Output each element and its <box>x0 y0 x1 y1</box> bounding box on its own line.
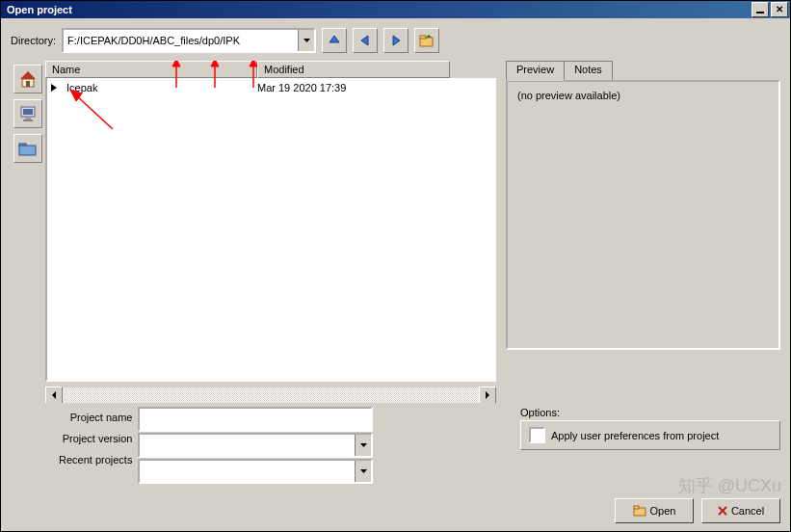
recent-projects-dropdown-icon[interactable] <box>355 461 371 482</box>
svg-marker-28 <box>360 469 367 473</box>
project-version-label: Project version <box>63 428 133 449</box>
open-project-dialog: Open project ✕ Directory: <box>0 0 791 532</box>
close-button[interactable]: ✕ <box>771 2 788 17</box>
svg-rect-13 <box>25 118 31 120</box>
svg-marker-1 <box>303 39 310 42</box>
folder-view-button[interactable] <box>13 134 42 163</box>
preview-tabs: Preview Notes <box>506 61 780 80</box>
svg-marker-4 <box>393 36 400 45</box>
file-list-header: Name Modified <box>45 61 496 78</box>
svg-rect-6 <box>420 36 426 39</box>
expand-triangle-icon[interactable] <box>51 84 57 92</box>
svg-rect-30 <box>634 506 639 509</box>
file-name-cell: Icepak <box>66 82 257 93</box>
column-name[interactable]: Name <box>45 61 257 78</box>
folder-icon <box>18 141 38 156</box>
file-list-body[interactable]: Icepak Mar 19 2020 17:39 <box>45 78 496 382</box>
options-label: Options: <box>520 407 560 418</box>
open-button[interactable]: Open <box>615 498 694 523</box>
svg-rect-0 <box>756 12 764 13</box>
home-view-button[interactable] <box>13 65 42 93</box>
svg-marker-18 <box>486 391 489 399</box>
column-modified[interactable]: Modified <box>257 61 450 78</box>
scroll-track[interactable] <box>63 387 479 403</box>
scroll-left-icon[interactable] <box>45 386 63 403</box>
window-title: Open project <box>3 4 750 15</box>
recent-projects-input[interactable] <box>140 461 355 482</box>
open-folder-icon <box>633 505 646 517</box>
file-list-panel: Name Modified Icepak Mar 19 2020 17:39 <box>45 61 496 403</box>
svg-marker-8 <box>20 71 36 79</box>
cancel-icon <box>718 506 727 516</box>
nav-open-folder-button[interactable] <box>414 28 439 53</box>
svg-marker-27 <box>360 443 367 447</box>
svg-rect-14 <box>23 120 33 121</box>
file-modified-cell: Mar 19 2020 17:39 <box>257 82 346 93</box>
directory-dropdown-icon[interactable] <box>298 30 314 51</box>
directory-input[interactable] <box>64 30 298 51</box>
svg-marker-17 <box>52 391 56 399</box>
apply-prefs-checkbox[interactable] <box>529 427 545 443</box>
svg-marker-7 <box>426 35 432 38</box>
svg-rect-16 <box>19 146 36 155</box>
open-button-label: Open <box>650 505 676 517</box>
options-box: Apply user preferences from project <box>520 420 780 450</box>
svg-marker-3 <box>361 36 368 45</box>
minimize-button[interactable] <box>751 2 769 17</box>
preview-empty-text: (no preview available) <box>517 90 620 101</box>
preview-content: (no preview available) <box>506 80 780 350</box>
svg-marker-2 <box>330 36 339 42</box>
view-icon-column <box>11 61 45 403</box>
recent-projects-label: Recent projects <box>59 449 132 470</box>
tab-preview[interactable]: Preview <box>506 61 565 81</box>
cancel-button-label: Cancel <box>731 505 764 517</box>
tab-notes[interactable]: Notes <box>564 61 613 80</box>
nav-up-button[interactable] <box>322 28 347 53</box>
apply-prefs-label: Apply user preferences from project <box>551 430 719 441</box>
project-version-input[interactable] <box>140 435 355 456</box>
nav-back-button[interactable] <box>353 28 378 53</box>
title-bar: Open project ✕ <box>1 1 790 18</box>
project-version-field[interactable] <box>138 433 373 458</box>
computer-icon <box>19 105 37 122</box>
cancel-button[interactable]: Cancel <box>701 498 780 523</box>
directory-combo[interactable] <box>62 28 316 53</box>
directory-row: Directory: <box>11 28 780 53</box>
preview-panel: Preview Notes (no preview available) <box>506 61 780 403</box>
file-row[interactable]: Icepak Mar 19 2020 17:39 <box>47 78 494 97</box>
project-name-input[interactable] <box>140 409 371 430</box>
home-icon <box>18 70 38 88</box>
computer-view-button[interactable] <box>13 99 42 128</box>
project-version-dropdown-icon[interactable] <box>355 435 371 456</box>
project-name-field[interactable] <box>138 407 373 432</box>
svg-rect-12 <box>23 109 33 115</box>
project-name-label: Project name <box>70 407 133 428</box>
svg-rect-10 <box>26 81 30 87</box>
directory-label: Directory: <box>11 35 56 46</box>
recent-projects-field[interactable] <box>138 459 373 484</box>
nav-forward-button[interactable] <box>383 28 409 53</box>
horizontal-scrollbar[interactable] <box>45 387 496 403</box>
scroll-right-icon[interactable] <box>479 386 496 403</box>
